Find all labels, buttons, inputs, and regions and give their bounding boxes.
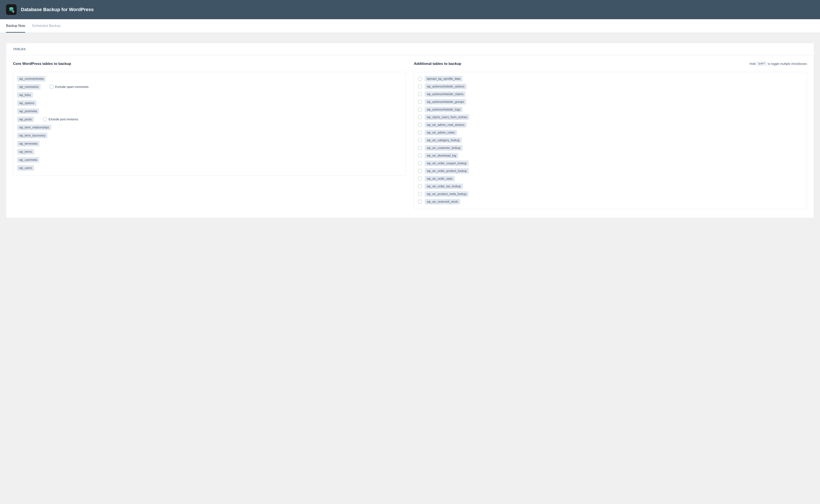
table-tag: wp_users <box>17 165 34 171</box>
core-table-row: wp_termmeta <box>17 141 402 146</box>
additional-table-row: wp_wc_category_lookup <box>418 137 803 143</box>
table-tag: wp_links <box>17 92 33 98</box>
additional-tables-column: Additional tables to backup Hold SHIFT t… <box>414 61 807 209</box>
additional-column-title: Additional tables to backup <box>414 62 461 66</box>
table-tag: wp_postmeta <box>17 108 39 114</box>
tables-panel: TABLES Core WordPress tables to backup w… <box>6 43 814 218</box>
core-table-row: wp_postsExclude post revisions <box>17 117 402 122</box>
table-tag: wp_wc_order_product_lookup <box>425 168 469 174</box>
panel-header: TABLES <box>6 43 814 55</box>
additional-table-row: wp_wc_order_coupon_lookup <box>418 160 803 166</box>
shift-key-badge: SHIFT <box>757 62 767 66</box>
table-tag: wp_usermeta <box>17 157 39 163</box>
table-tag: wp_options <box>17 100 36 106</box>
additional-table-row: wp_actionscheduler_actions <box>418 84 803 89</box>
table-tag: wp_terms <box>17 149 34 154</box>
panel-title: TABLES <box>13 47 807 51</box>
core-table-row: wp_postmeta <box>17 108 402 114</box>
exclude_spam-label: Exclude spam comments <box>55 85 88 89</box>
table-tag: wp_term_relationships <box>17 125 51 130</box>
panel-body: Core WordPress tables to backup wp_comme… <box>6 55 814 218</box>
content-area: TABLES Core WordPress tables to backup w… <box>0 33 820 228</box>
additional-table-row: wp_wc_download_log <box>418 153 803 158</box>
table-tag: wp_commentmeta <box>17 76 46 82</box>
core-tables-column: Core WordPress tables to backup wp_comme… <box>13 61 406 209</box>
additional-table-row: wp_wc_admin_notes <box>418 130 803 135</box>
core-table-row: wp_term_taxonomy <box>17 133 402 138</box>
additional-table-checkbox[interactable] <box>418 77 422 81</box>
additional-table-checkbox[interactable] <box>418 100 422 104</box>
database-icon <box>8 6 15 13</box>
core-table-row: wp_commentsExclude spam comments <box>17 84 402 90</box>
table-tag: wp_wc_admin_note_actions <box>425 122 467 128</box>
table-tag: wp_posts <box>17 117 34 122</box>
additional-tables-box: bpmain_bp_xprofile_datawp_actionschedule… <box>414 72 807 209</box>
table-tag: wp_wc_category_lookup <box>425 137 462 143</box>
table-tag: wp_wc_admin_notes <box>425 130 457 135</box>
exclude_revisions-checkbox[interactable] <box>43 117 47 121</box>
table-tag: bpmain_bp_xprofile_data <box>425 76 462 82</box>
hint-suffix: to toggle multiple checkboxes <box>768 62 807 66</box>
exclude_revisions-option[interactable]: Exclude post revisions <box>43 117 78 121</box>
table-tag: wp_actionscheduler_actions <box>425 84 467 89</box>
app-header: Database Backup for WordPress <box>0 0 820 19</box>
additional-column-header: Additional tables to backup Hold SHIFT t… <box>414 61 807 66</box>
additional-table-checkbox[interactable] <box>418 154 422 157</box>
additional-table-checkbox[interactable] <box>418 200 422 204</box>
table-tag: wp_wc_order_tax_lookup <box>425 184 463 189</box>
tab-scheduled-backup[interactable]: Scheduled Backup <box>32 19 60 32</box>
additional-table-checkbox[interactable] <box>418 123 422 127</box>
additional-table-row: bpmain_bp_xprofile_data <box>418 76 803 82</box>
hint-prefix: Hold <box>750 62 756 66</box>
table-tag: wp_actionscheduler_claims <box>425 91 465 97</box>
core-table-row: wp_commentmeta <box>17 76 402 82</box>
table-tag: wp_wc_order_coupon_lookup <box>425 160 469 166</box>
additional-table-row: wp_wc_customer_lookup <box>418 145 803 151</box>
table-tag: wp_term_taxonomy <box>17 133 47 138</box>
tab-backup-now[interactable]: Backup Now <box>6 19 25 32</box>
additional-table-checkbox[interactable] <box>418 146 422 150</box>
core-tables-box: wp_commentmetawp_commentsExclude spam co… <box>13 72 406 176</box>
exclude_spam-checkbox[interactable] <box>50 85 53 89</box>
exclude_spam-option[interactable]: Exclude spam comments <box>50 85 88 89</box>
table-tag: wp_wc_order_stats <box>425 176 455 181</box>
additional-table-row: wp_wc_admin_note_actions <box>418 122 803 128</box>
additional-table-row: wp_ctpclx_users_form_entries <box>418 114 803 120</box>
additional-table-checkbox[interactable] <box>418 115 422 119</box>
core-column-header: Core WordPress tables to backup <box>13 61 406 66</box>
core-table-row: wp_usermeta <box>17 157 402 163</box>
additional-table-checkbox[interactable] <box>418 138 422 142</box>
shift-hint: Hold SHIFT to toggle multiple checkboxes <box>750 62 807 66</box>
additional-table-row: wp_actionscheduler_claims <box>418 91 803 97</box>
table-tag: wp_actionscheduler_logs <box>425 107 462 112</box>
app-icon <box>6 4 17 15</box>
app-title: Database Backup for WordPress <box>21 7 94 12</box>
additional-table-checkbox[interactable] <box>418 192 422 196</box>
additional-table-checkbox[interactable] <box>418 177 422 181</box>
additional-table-row: wp_wc_order_product_lookup <box>418 168 803 174</box>
additional-table-row: wp_wc_product_meta_lookup <box>418 191 803 197</box>
core-table-row: wp_terms <box>17 149 402 154</box>
table-tag: wp_termmeta <box>17 141 39 146</box>
additional-table-checkbox[interactable] <box>418 169 422 173</box>
additional-table-row: wp_wc_reserved_stock <box>418 199 803 204</box>
table-tag: wp_wc_download_log <box>425 153 458 158</box>
core-table-row: wp_term_relationships <box>17 125 402 130</box>
additional-table-row: wp_wc_order_tax_lookup <box>418 184 803 189</box>
additional-table-checkbox[interactable] <box>418 92 422 96</box>
additional-table-checkbox[interactable] <box>418 184 422 188</box>
additional-table-checkbox[interactable] <box>418 84 422 88</box>
table-tag: wp_wc_customer_lookup <box>425 145 462 151</box>
additional-table-row: wp_actionscheduler_logs <box>418 107 803 112</box>
additional-table-checkbox[interactable] <box>418 108 422 111</box>
exclude_revisions-label: Exclude post revisions <box>48 118 78 121</box>
table-tag: wp_wc_reserved_stock <box>425 199 460 204</box>
additional-table-checkbox[interactable] <box>418 131 422 134</box>
tabs-nav: Backup NowScheduled Backup <box>0 19 820 33</box>
additional-table-row: wp_actionscheduler_groups <box>418 99 803 105</box>
table-tag: wp_comments <box>17 84 41 90</box>
table-tag: wp_wc_product_meta_lookup <box>425 191 468 197</box>
table-tag: wp_actionscheduler_groups <box>425 99 466 105</box>
core-table-row: wp_options <box>17 100 402 106</box>
additional-table-checkbox[interactable] <box>418 161 422 165</box>
